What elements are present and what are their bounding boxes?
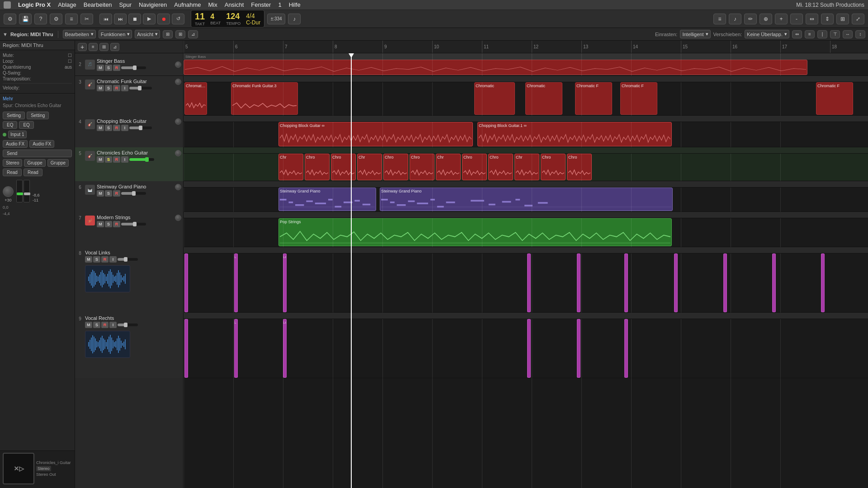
echo-clip-10[interactable]: Chro [541, 154, 566, 180]
bearbeiten-dropdown[interactable]: Bearbeiten▾ [63, 30, 96, 38]
solo-6[interactable]: S [105, 190, 112, 197]
input-select[interactable]: Input 1 [8, 131, 27, 138]
setting-btn-1[interactable]: Setting [3, 112, 25, 119]
arrange-clip-8-marker1[interactable] [184, 253, 188, 312]
pan-knob-4[interactable] [175, 118, 181, 125]
vol-knob[interactable] [3, 186, 14, 197]
fader-2[interactable] [24, 180, 30, 202]
solo-7[interactable]: S [105, 221, 112, 227]
rewind-btn[interactable]: ⏮ [99, 14, 112, 24]
send-btn[interactable]: Send [3, 150, 72, 157]
vol-slider-3[interactable] [129, 87, 152, 89]
solo-5[interactable]: S [105, 156, 112, 163]
fast-forward-btn[interactable]: ⏭ [114, 14, 127, 24]
arrange-clip-7-1[interactable]: Pop Strings [278, 218, 672, 246]
arrange-clip-9-marker5[interactable] [577, 319, 580, 378]
arrange-clip-3-5[interactable]: Chromatic F [575, 82, 612, 115]
pan-knob-3[interactable] [175, 79, 181, 85]
rec-5[interactable]: R [113, 156, 120, 163]
layout-btn[interactable]: ⊞ [836, 14, 849, 24]
funktionen-dropdown[interactable]: Funktionen▾ [99, 30, 132, 38]
audio-fx-btn-2[interactable]: Audio FX [29, 140, 54, 148]
input-5[interactable]: I [121, 156, 128, 163]
setting-btn-2[interactable]: Setting [27, 112, 49, 119]
read-btn-2[interactable]: Read [24, 169, 42, 176]
play-btn[interactable]: ▶ [143, 14, 156, 24]
ansicht-dropdown[interactable]: Ansicht▾ [135, 30, 160, 38]
menu-mix[interactable]: Mix [208, 1, 217, 8]
eq-btn-2[interactable]: EQ [19, 121, 33, 129]
loop-checkbox[interactable]: ☐ [68, 59, 72, 64]
vol-slider-6[interactable] [121, 192, 146, 195]
arrange-clip-6-2[interactable]: Steinway Grand Piano [380, 188, 673, 211]
quantize-value[interactable]: aus [65, 65, 72, 70]
solo-8[interactable]: S [93, 256, 100, 263]
align-btn[interactable]: ⇕ [821, 14, 834, 24]
ruler-settings-btn[interactable]: ⊞ [99, 43, 108, 51]
back-btn[interactable]: ⏹ [128, 14, 141, 24]
arrange-clip-3-2[interactable]: Chromatic Funk Guitar.3 [231, 82, 298, 115]
echo-clip-3[interactable]: Chr [357, 154, 382, 180]
mute-9[interactable]: M [85, 322, 92, 328]
menu-ansicht[interactable]: Ansicht [225, 1, 244, 8]
add-track-btn[interactable]: + [78, 43, 87, 51]
mute-5[interactable]: M [97, 156, 104, 163]
tuner-btn[interactable]: ♪ [288, 14, 301, 24]
arrange-clip-3-6[interactable]: Chromatic F [620, 82, 657, 115]
fader-1[interactable] [16, 180, 23, 202]
gruppe-btn-1[interactable]: Gruppe [24, 159, 45, 167]
arrange-area[interactable]: Stinger Bass [184, 53, 868, 488]
mute-3[interactable]: M [97, 85, 104, 91]
mixer-btn[interactable]: ≡ [713, 14, 726, 24]
arrange-clip-3-1[interactable]: Chromatic F [184, 82, 207, 115]
solo-9[interactable]: S [93, 322, 100, 328]
input-9[interactable]: I [109, 322, 117, 328]
echo-clip-2[interactable]: Chro [331, 154, 356, 180]
vol-slider-2[interactable] [121, 66, 146, 69]
rec-4[interactable]: R [113, 125, 120, 131]
v3-btn[interactable]: | [817, 30, 827, 38]
mode-btn[interactable]: ±:334 [267, 14, 285, 24]
v5-btn[interactable]: ↔ [843, 30, 853, 38]
pan-knob-6[interactable] [175, 184, 181, 190]
arrange-clip-9-marker2[interactable]: L [234, 319, 238, 378]
echo-clip-0[interactable]: Chr [278, 154, 303, 180]
arrange-clip-8-marker5[interactable] [577, 253, 580, 312]
menu-hilfe[interactable]: Hilfe [289, 1, 301, 8]
rec-2[interactable]: R [113, 65, 120, 71]
input-4[interactable]: I [121, 125, 128, 131]
arrange-clip-8-marker6[interactable] [624, 253, 628, 312]
menu-ablage[interactable]: Ablage [58, 1, 76, 8]
vol-slider-7[interactable] [121, 223, 146, 225]
save-btn[interactable]: 💾 [19, 14, 32, 24]
menu-navigieren[interactable]: Navigieren [139, 1, 167, 8]
arrange-clip-9-marker3[interactable]: Lo [283, 319, 287, 378]
solo-2[interactable]: S [105, 65, 112, 71]
arrange-clip-8-marker4[interactable] [527, 253, 531, 312]
arrange-clip-8-marker10[interactable] [821, 253, 825, 312]
menu-1[interactable]: 1 [278, 1, 281, 8]
v6-btn[interactable]: ↕ [855, 30, 865, 38]
arrange-clip-9-marker6[interactable] [624, 319, 628, 378]
rec-8[interactable]: R [101, 256, 108, 263]
echo-clip-1[interactable]: Chro [305, 154, 330, 180]
echo-clip-4[interactable]: Chro [383, 154, 408, 180]
arrange-clip-8-marker7[interactable] [674, 253, 678, 312]
arrange-clip-3-3[interactable]: Chromatic [474, 82, 515, 115]
piano-btn[interactable]: ♪ [729, 14, 741, 24]
zoom-out-btn[interactable]: - [790, 14, 803, 24]
vol-slider-4[interactable] [129, 127, 152, 129]
arrange-clip-8-marker3[interactable]: Lo [283, 253, 287, 312]
echo-clip-6[interactable]: Chr [436, 154, 461, 180]
arrange-clip-8-marker9[interactable] [772, 253, 776, 312]
ruler-triangle-btn[interactable]: ⊿ [110, 43, 119, 51]
input-8[interactable]: I [109, 256, 117, 263]
mute-7[interactable]: M [97, 221, 104, 227]
arrange-clip-3-7[interactable]: Chromatic F [816, 82, 853, 115]
echo-clip-5[interactable]: Chro [410, 154, 434, 180]
solo-4[interactable]: S [105, 125, 112, 131]
tools-btn[interactable]: ≡ [65, 14, 78, 24]
mute-checkbox[interactable]: ☐ [68, 53, 72, 58]
echo-clip-9[interactable]: Chr [514, 154, 539, 180]
audio-fx-btn-1[interactable]: Audio FX [3, 140, 28, 148]
